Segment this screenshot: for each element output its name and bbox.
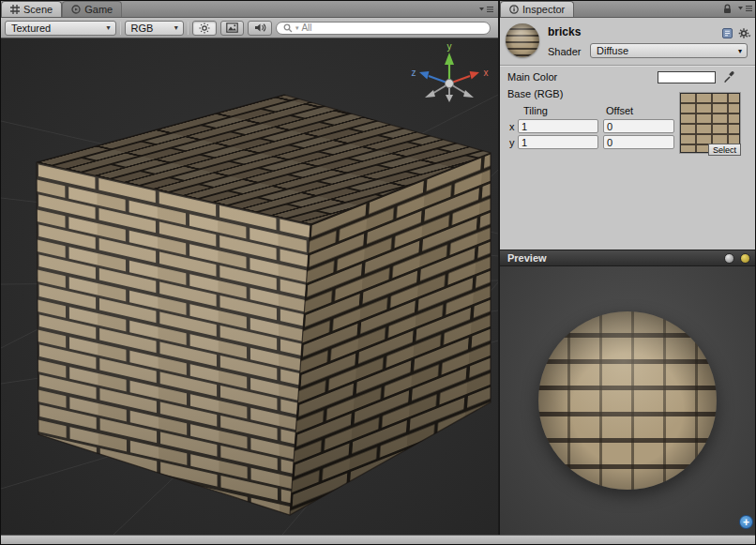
gizmo-y-label: y	[447, 41, 452, 52]
offset-header: Offset	[606, 105, 633, 116]
gizmo-negative-axis-cone[interactable]	[463, 90, 474, 98]
tab-scene-label: Scene	[23, 4, 53, 15]
tab-inspector-label: Inspector	[522, 4, 565, 15]
help-icon[interactable]	[721, 27, 733, 39]
scene-grid-icon	[10, 5, 20, 14]
draw-mode-dropdown[interactable]: Textured ▾	[5, 21, 116, 36]
add-icon[interactable]: +	[739, 515, 753, 529]
inspector-divider	[500, 65, 756, 67]
tab-inspector[interactable]: Inspector	[500, 1, 574, 17]
shader-dropdown[interactable]: Diffuse ▾	[590, 43, 748, 58]
tab-scene[interactable]: Scene	[1, 1, 62, 17]
search-icon	[283, 23, 293, 33]
gizmo-negative-axis-cone[interactable]	[446, 95, 453, 102]
gear-icon[interactable]	[738, 27, 752, 39]
inspector-body: bricks Shader Diffuse ▾ Main Color	[500, 18, 756, 250]
preview-title: Preview	[507, 252, 547, 264]
gizmo-z-axis-cone[interactable]	[419, 71, 429, 80]
shader-value: Diffuse	[597, 45, 628, 56]
scene-lighting-toggle[interactable]	[192, 21, 217, 36]
gizmo-x-axis-cone[interactable]	[470, 71, 479, 80]
search-filter-value: All	[301, 23, 311, 33]
texture-select-button[interactable]: Select	[708, 144, 741, 156]
tab-game-label: Game	[84, 4, 113, 15]
gizmo-y-axis-cone[interactable]	[445, 53, 454, 65]
inspector-panel: Inspector bricks	[499, 1, 756, 535]
offset-x-input[interactable]	[603, 119, 674, 133]
eyedropper-icon[interactable]	[722, 69, 735, 83]
scene-fx-toggle[interactable]	[220, 21, 245, 36]
scene-toolbar: Textured ▾ RGB ▾	[1, 18, 498, 38]
material-preview-thumbnail[interactable]	[506, 23, 539, 57]
tiling-x-input[interactable]	[518, 119, 598, 133]
shader-label: Shader	[548, 46, 581, 57]
main-color-swatch[interactable]	[658, 71, 716, 83]
color-mode-value: RGB	[131, 23, 154, 34]
tiling-y-input[interactable]	[518, 135, 598, 149]
tab-game[interactable]: Game	[62, 1, 122, 17]
offset-y-input[interactable]	[603, 135, 674, 149]
scene-audio-toggle[interactable]	[248, 21, 272, 36]
gizmo-z-label: z	[412, 68, 416, 78]
inspector-tabstrip: Inspector	[500, 1, 756, 18]
status-bar	[1, 535, 756, 545]
toolbar-divider	[120, 22, 121, 35]
scene-panel: Scene Game Textured ▾	[1, 1, 498, 535]
toolbar-divider	[188, 22, 189, 35]
lock-icon[interactable]	[722, 3, 733, 14]
image-icon	[226, 23, 238, 33]
preview-sphere-toggle-icon[interactable]	[724, 253, 734, 264]
preview-light-toggle-icon[interactable]	[740, 253, 750, 264]
chevron-down-icon: ▾	[738, 47, 742, 55]
unity-editor-window: Scene Game Textured ▾	[0, 0, 756, 545]
material-preview-sphere[interactable]	[538, 311, 717, 490]
gizmo-center-handle[interactable]	[446, 80, 454, 88]
color-mode-dropdown[interactable]: RGB ▾	[125, 21, 184, 36]
scene-viewport[interactable]: y z x	[1, 38, 498, 535]
draw-mode-value: Textured	[11, 23, 51, 34]
material-name: bricks	[548, 25, 581, 38]
speaker-icon	[254, 23, 266, 33]
base-texture-label: Base (RGB)	[507, 88, 563, 99]
panel-menu-icon[interactable]	[736, 4, 753, 13]
preview-header[interactable]: Preview	[500, 250, 756, 266]
preview-area[interactable]: +	[500, 266, 756, 535]
tiling-row-y-label: y	[509, 137, 515, 148]
game-controller-icon	[71, 5, 81, 14]
scene-search-input[interactable]: ▾ All	[276, 22, 491, 35]
gizmo-negative-axis-cone[interactable]	[425, 90, 435, 98]
sun-icon	[199, 23, 210, 34]
scene-canvas[interactable]: y z x	[1, 38, 498, 535]
scene-cube[interactable]	[37, 95, 491, 515]
main-color-label: Main Color	[507, 71, 557, 83]
tiling-row-x-label: x	[509, 121, 515, 132]
search-filter-arrow-icon: ▾	[295, 24, 299, 32]
panel-menu-icon[interactable]	[477, 5, 494, 14]
tiling-header: Tiling	[523, 105, 548, 116]
orientation-gizmo[interactable]: y z x	[412, 41, 489, 102]
chevron-down-icon: ▾	[174, 24, 178, 32]
inspector-info-icon	[509, 5, 519, 14]
scene-tabstrip: Scene Game	[1, 1, 498, 18]
gizmo-x-label: x	[484, 68, 489, 78]
chevron-down-icon: ▾	[107, 24, 111, 32]
